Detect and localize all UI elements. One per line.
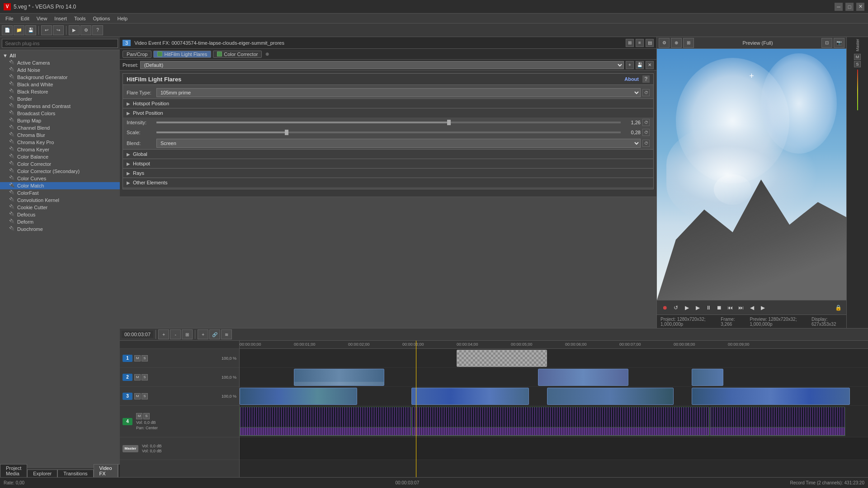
preview-play-btn[interactable]: ▶ [682, 303, 691, 312]
track-v2-solo[interactable]: S [142, 374, 148, 380]
scale-timer-btn[interactable]: ⏱ [642, 129, 650, 136]
hotspot2-section-header[interactable]: ▶ Hotspot [123, 159, 653, 168]
close-button[interactable]: ✕ [856, 3, 864, 11]
menu-file[interactable]: File [2, 15, 17, 22]
intensity-timer-btn[interactable]: ⏱ [642, 119, 650, 126]
preview-loop-btn[interactable]: ↺ [671, 303, 680, 312]
open-btn[interactable]: 📁 [14, 25, 24, 35]
effect-bg-gen[interactable]: 🔌 Background Generator [0, 74, 120, 81]
effect-color-match[interactable]: 🔌 Color Match [0, 182, 120, 189]
preview-pause-btn[interactable]: ⏸ [704, 303, 713, 312]
other-elements-section-header[interactable]: ▶ Other Elements [123, 178, 653, 187]
tab-project-media[interactable]: Project Media [0, 464, 27, 477]
tl-fit[interactable]: ⊞ [182, 329, 193, 339]
effect-cookie-cutter[interactable]: 🔌 Cookie Cutter [0, 204, 120, 211]
effect-bw[interactable]: 🔌 Black and White [0, 81, 120, 88]
timecode-display[interactable]: 00:00:03:07 [122, 331, 153, 338]
preview-settings-btn[interactable]: ⚙ [659, 38, 670, 48]
audio-clip-3-pan[interactable] [710, 427, 845, 436]
help-link[interactable]: ? [642, 75, 650, 83]
effect-convolution[interactable]: 🔌 Convolution Kernel [0, 197, 120, 204]
blend-select[interactable]: Screen [156, 139, 641, 148]
record-btn[interactable]: ⏺ [660, 303, 670, 312]
menu-view[interactable]: View [33, 15, 51, 22]
fx-tab-pancrop[interactable]: Pan/Crop [123, 51, 151, 58]
flare-type-select[interactable]: 105mm prime [156, 88, 641, 97]
effect-black-restore[interactable]: 🔌 Black Restore [0, 88, 120, 95]
timecode-ruler[interactable]: 00:00:00;00 00:00:01;00 00:00:02;00 00:0… [240, 341, 868, 349]
fx-tab-color-corrector[interactable]: Color Corrector [213, 51, 262, 58]
search-input[interactable] [2, 39, 118, 48]
effect-broadcast[interactable]: 🔌 Broadcast Colors [0, 110, 120, 117]
help-toolbar-btn[interactable]: ? [92, 25, 103, 35]
menu-edit[interactable]: Edit [17, 15, 33, 22]
effect-border[interactable]: 🔌 Border [0, 95, 120, 103]
clip-v2-3[interactable] [692, 369, 723, 386]
tab-explorer[interactable]: Explorer [27, 469, 57, 477]
tl-zoom-in[interactable]: + [158, 329, 169, 339]
preview-stop-btn[interactable]: ⏹ [715, 303, 724, 312]
preview-zoom-btn[interactable]: ⊕ [671, 38, 682, 48]
effect-duochrome[interactable]: 🔌 Duochrome [0, 225, 120, 233]
flare-type-timer-btn[interactable]: ⏱ [642, 89, 650, 96]
effect-channel-blend[interactable]: 🔌 Channel Blend [0, 124, 120, 131]
intensity-slider-thumb[interactable] [447, 120, 451, 125]
fx-menu-btn[interactable]: ▤ [646, 39, 654, 47]
new-btn[interactable]: 📄 [2, 25, 13, 35]
effect-color-curves[interactable]: 🔌 Color Curves [0, 175, 120, 182]
preview-next-frame-btn[interactable]: ⏭ [736, 303, 745, 312]
track-a1-solo[interactable]: S [143, 413, 150, 419]
minimize-button[interactable]: ─ [835, 3, 843, 11]
rays-section-header[interactable]: ▶ Rays [123, 169, 653, 178]
preset-add-btn[interactable]: + [626, 61, 634, 69]
preview-play2-btn[interactable]: ▶ [693, 303, 702, 312]
fx-grid-view-btn[interactable]: ⊞ [626, 39, 634, 47]
clip-v3-2[interactable] [411, 388, 529, 405]
effect-chroma-keyer[interactable]: 🔌 Chroma Keyer [0, 146, 120, 153]
fx-tab-hitfilm[interactable]: HitFilm Light Flares [153, 51, 211, 58]
playhead[interactable] [416, 341, 416, 477]
pivot-section-header[interactable]: ▶ Pivot Position [123, 108, 653, 117]
clip-v3-1[interactable] [240, 388, 357, 405]
track-v2-mute[interactable]: M [134, 374, 141, 380]
save-btn[interactable]: 💾 [25, 25, 36, 35]
preview-prev-btn[interactable]: ◀ [747, 303, 756, 312]
clip-v3-3[interactable] [547, 388, 674, 405]
effect-active-camera[interactable]: 🔌 Active Camera [0, 59, 120, 66]
maximize-button[interactable]: □ [845, 3, 854, 11]
clip-v1-1[interactable] [457, 350, 547, 367]
audio-clip-1-pan[interactable] [240, 427, 411, 436]
effect-colorfast[interactable]: 🔌 ColorFast [0, 189, 120, 197]
redo-btn[interactable]: ↪ [53, 25, 64, 35]
hotspot-section-header[interactable]: ▶ Hotspot Position [123, 99, 653, 108]
about-link[interactable]: About [624, 76, 639, 82]
tab-video-fx[interactable]: Video FX [94, 464, 118, 477]
blend-timer-btn[interactable]: ⏱ [642, 140, 650, 147]
effect-chroma-key-pro[interactable]: 🔌 Chroma Key Pro [0, 139, 120, 146]
tl-zoom-out[interactable]: - [170, 329, 181, 339]
undo-btn[interactable]: ↩ [41, 25, 52, 35]
effect-deform[interactable]: 🔌 Deform [0, 218, 120, 225]
track-v1-solo[interactable]: S [142, 355, 148, 361]
scale-slider-thumb[interactable] [285, 130, 288, 135]
preview-split-btn[interactable]: ⊞ [683, 38, 694, 48]
fx-list-view-btn[interactable]: ≡ [636, 39, 644, 47]
intensity-slider-track[interactable] [156, 122, 621, 123]
tab-transitions[interactable]: Transitions [57, 469, 93, 477]
settings-btn[interactable]: ⚙ [80, 25, 91, 35]
fx-close-btn[interactable]: ✕ [646, 61, 654, 69]
preset-select[interactable]: (Default) [140, 61, 624, 69]
tl-add-track[interactable]: + [198, 329, 208, 339]
effect-color-balance[interactable]: 🔌 Color Balance [0, 153, 120, 160]
track-v3-solo[interactable]: S [142, 393, 148, 399]
effect-brightness[interactable]: 🔌 Brightness and Contrast [0, 103, 120, 110]
preview-external-btn[interactable]: ⊡ [821, 38, 832, 48]
effect-chroma-blur[interactable]: 🔌 Chroma Blur [0, 131, 120, 139]
track-v3-mute[interactable]: M [134, 393, 141, 399]
menu-insert[interactable]: Insert [51, 15, 71, 22]
audio-clip-2-pan[interactable] [411, 427, 710, 436]
menu-help[interactable]: Help [113, 15, 131, 22]
effect-add-noise[interactable]: 🔌 Add Noise [0, 66, 120, 74]
effect-bump-map[interactable]: 🔌 Bump Map [0, 117, 120, 124]
track-a1-mute[interactable]: M [136, 413, 142, 419]
